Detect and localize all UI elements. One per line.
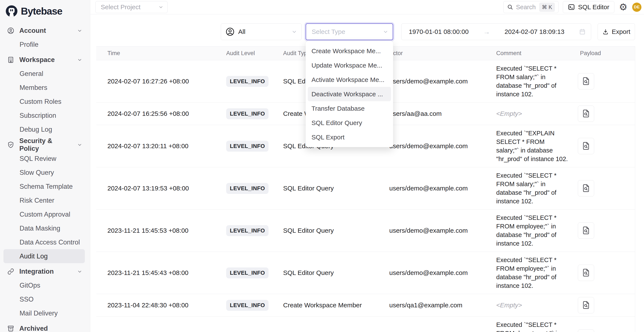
sidebar-section-archived[interactable]: Archived: [0, 322, 90, 332]
table-row: 2023-11-21 15:45:53 +08:00 LEVEL_INFO SQ…: [96, 209, 635, 252]
sql-editor-label: SQL Editor: [578, 3, 610, 11]
audit-level-badge: LEVEL_INFO: [226, 183, 268, 194]
dropdown-option-sql-export[interactable]: SQL Export: [308, 130, 391, 144]
bytebase-logo[interactable]: Bytebase: [0, 0, 90, 19]
sidebar-item-risk-center[interactable]: Risk Center: [4, 193, 85, 207]
search-input[interactable]: [516, 4, 536, 11]
bytebase-logo-icon: [6, 5, 18, 17]
sidebar: Bytebase Account Profile Workspace Gener…: [0, 0, 90, 332]
payload-view-button[interactable]: [578, 73, 594, 89]
actor-filter-value: All: [238, 28, 245, 35]
sidebar-item-subscription[interactable]: Subscription: [4, 109, 85, 123]
sidebar-section-workspace[interactable]: Workspace: [0, 53, 90, 67]
topbar-actions: ⌘ K SQL Editor ⚙ DE: [503, 1, 642, 13]
dropdown-option-deactivate-workspace-member[interactable]: Deactivate Workspace ...: [308, 87, 391, 101]
chevron-down-icon: [77, 269, 82, 274]
audit-actor: users/demo@example.com: [378, 185, 485, 192]
sidebar-item-label: Risk Center: [20, 197, 54, 204]
column-header-actor: Actor: [378, 50, 485, 57]
audit-time: 2024-02-07 13:20:11 +08:00: [96, 142, 215, 150]
link-icon: [7, 268, 14, 275]
dropdown-option-sql-editor-query[interactable]: SQL Editor Query: [308, 116, 391, 130]
sidebar-item-label: Debug Log: [20, 126, 52, 133]
file-search-icon: [582, 142, 590, 150]
search-box[interactable]: ⌘ K: [503, 1, 558, 13]
sidebar-item-label: Subscription: [20, 112, 56, 120]
audit-actor: users/aa@aa.com: [378, 110, 485, 117]
payload-view-button[interactable]: [578, 330, 594, 332]
payload-view-button[interactable]: [578, 222, 594, 239]
audit-time: 2024-02-07 16:27:26 +08:00: [96, 78, 215, 85]
payload-view-button[interactable]: [578, 106, 594, 122]
sidebar-item-data-masking[interactable]: Data Masking: [4, 221, 85, 235]
sidebar-section-label: Workspace: [19, 56, 55, 64]
sidebar-item-mail-delivery[interactable]: Mail Delivery: [4, 306, 85, 320]
audit-time: 2023-11-21 15:45:53 +08:00: [96, 227, 215, 234]
sidebar-item-audit-log[interactable]: Audit Log: [4, 249, 85, 263]
payload-view-button[interactable]: [578, 138, 594, 154]
sidebar-section-integration[interactable]: Integration: [0, 264, 90, 278]
actor-filter-select[interactable]: All: [221, 23, 302, 40]
audit-comment: Executed `"SELECT * FROM salary;"` in da…: [485, 60, 569, 102]
sidebar-item-slow-query[interactable]: Slow Query: [4, 166, 85, 179]
dropdown-option-update-workspace-member[interactable]: Update Workspace Me...: [308, 58, 391, 72]
brand-name: Bytebase: [21, 5, 62, 17]
chevron-down-icon: [383, 29, 388, 34]
sidebar-item-custom-roles[interactable]: Custom Roles: [4, 95, 85, 109]
archive-box-icon: [7, 325, 14, 332]
export-button[interactable]: Export: [598, 23, 635, 40]
settings-gear-icon[interactable]: ⚙: [619, 2, 628, 12]
audit-level-badge: LEVEL_INFO: [226, 141, 268, 152]
project-select[interactable]: Select Project: [96, 1, 168, 13]
dropdown-option-activate-workspace-member[interactable]: Activate Workspace Me...: [308, 72, 391, 87]
user-circle-icon: [225, 27, 235, 36]
sidebar-item-label: Audit Log: [20, 252, 48, 260]
chevron-down-icon: [158, 4, 164, 10]
audit-log-page: All Select Type 1970-01-01 08:00:00 → 20…: [90, 14, 644, 332]
sidebar-item-label: Slow Query: [20, 169, 54, 176]
audit-actor: users/demo@example.com: [378, 142, 485, 150]
chevron-down-icon: [77, 57, 82, 62]
file-search-icon: [582, 269, 590, 277]
sidebar-item-gitops[interactable]: GitOps: [4, 278, 85, 292]
calendar-icon: [579, 28, 586, 35]
chevron-down-icon: [292, 29, 297, 34]
sidebar-item-label: Mail Delivery: [20, 310, 58, 317]
dropdown-option-transfer-database[interactable]: Transfer Database: [308, 101, 391, 116]
date-range-start: 1970-01-01 08:00:00: [409, 28, 469, 35]
sidebar-section-security-policy[interactable]: Security & Policy: [0, 138, 90, 152]
sidebar-section-account[interactable]: Account: [0, 24, 90, 37]
sidebar-item-label: General: [20, 70, 43, 78]
type-filter-select[interactable]: Select Type: [306, 23, 393, 40]
sidebar-item-schema-template[interactable]: Schema Template: [4, 179, 85, 193]
sidebar-item-label: Schema Template: [20, 183, 73, 190]
download-icon: [602, 28, 609, 35]
chevron-down-icon: [77, 28, 82, 33]
payload-view-button[interactable]: [578, 180, 594, 196]
user-avatar[interactable]: DE: [632, 2, 642, 12]
sidebar-item-sso[interactable]: SSO: [4, 292, 85, 306]
sidebar-item-profile[interactable]: Profile: [4, 37, 85, 51]
sidebar-item-sql-review[interactable]: SQL Review: [4, 152, 85, 166]
sidebar-item-data-access-control[interactable]: Data Access Control: [4, 235, 85, 249]
project-select-placeholder: Select Project: [101, 3, 140, 11]
payload-view-button[interactable]: [578, 265, 594, 281]
audit-time: 2023-11-04 22:48:30 +08:00: [96, 302, 215, 309]
audit-level-badge: LEVEL_INFO: [226, 300, 268, 311]
table-row: 2023-11-04 01:06:24 +08:00 LEVEL_INFO SQ…: [96, 317, 635, 332]
file-search-icon: [582, 226, 590, 235]
sql-editor-button[interactable]: SQL Editor: [563, 1, 614, 13]
date-range-picker[interactable]: 1970-01-01 08:00:00 → 2024-02-07 18:09:1…: [401, 23, 591, 40]
dropdown-option-create-workspace-member[interactable]: Create Workspace Me...: [308, 44, 391, 58]
audit-comment: <Empty>: [485, 297, 569, 313]
sidebar-item-debug-log[interactable]: Debug Log: [4, 123, 85, 136]
topbar: Select Project ⌘ K SQL Editor ⚙ DE: [90, 0, 644, 14]
search-shortcut-badge: ⌘ K: [539, 2, 555, 12]
audit-comment: Executed `"SELECT * FROM department;"` i…: [485, 317, 569, 332]
payload-view-button[interactable]: [578, 297, 594, 313]
shield-check-icon: [7, 141, 14, 149]
sidebar-item-custom-approval[interactable]: Custom Approval: [4, 207, 85, 221]
sidebar-item-general[interactable]: General: [4, 67, 85, 81]
sidebar-item-members[interactable]: Members: [4, 81, 85, 95]
sidebar-item-label: Members: [20, 84, 47, 92]
